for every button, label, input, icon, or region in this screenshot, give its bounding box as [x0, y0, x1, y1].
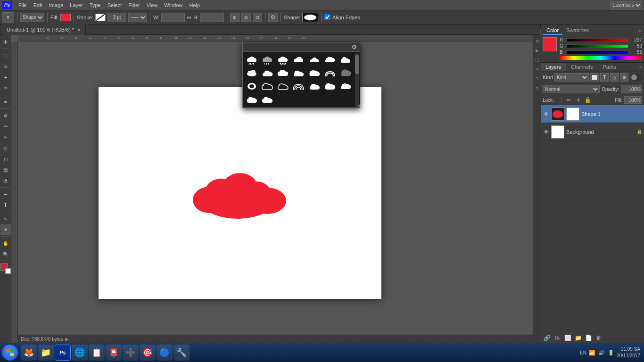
taskbar-app-9[interactable]: 🔵	[157, 345, 173, 361]
taskbar-app-10[interactable]: 🔧	[173, 345, 190, 361]
stroke-type-select[interactable]: ——	[128, 13, 147, 22]
layer-visibility-eye[interactable]: 👁	[543, 111, 549, 117]
mini-icon-3[interactable]: ⬚	[534, 57, 541, 63]
filter-icon-type[interactable]: T	[600, 73, 609, 82]
panel-menu-btn[interactable]: ≡	[638, 28, 641, 33]
shape-cell-cloud15[interactable]	[245, 93, 259, 106]
path-select-tool[interactable]: ↖	[0, 214, 11, 224]
taskbar-app-photoshop[interactable]: Ps	[55, 345, 71, 361]
gradient-tool[interactable]: ▤	[0, 165, 11, 175]
shape-cell-cloud16[interactable]	[260, 93, 274, 106]
mini-icon-1[interactable]: ⊕	[534, 38, 541, 44]
shape-cell-cloud4[interactable]	[339, 54, 353, 66]
align-edges-checkbox[interactable]	[324, 14, 330, 20]
menu-type[interactable]: Type	[86, 1, 104, 9]
taskbar-app-chrome[interactable]: 🌐	[72, 345, 88, 361]
menu-edit[interactable]: Edit	[30, 1, 46, 9]
shape-cell-dark-cloud[interactable]	[339, 67, 353, 79]
wand-tool[interactable]: ✦	[0, 72, 11, 82]
eraser-tool[interactable]: ◻	[0, 154, 11, 164]
filter-icon-shape[interactable]: ◇	[610, 73, 619, 82]
g-slider[interactable]	[566, 44, 628, 48]
taskbar-app-8[interactable]: 🎯	[140, 345, 156, 361]
background-color[interactable]	[5, 268, 11, 274]
width-input[interactable]	[161, 13, 185, 22]
shape-cell-rain2[interactable]	[260, 54, 274, 66]
shape-cell-rain1[interactable]	[245, 54, 259, 66]
shape-cell-cloud11[interactable]	[276, 80, 290, 92]
healing-tool[interactable]: ⊕	[0, 110, 11, 121]
new-layer-btn[interactable]: 📄	[584, 334, 593, 342]
lock-all-btn[interactable]: 🔒	[584, 96, 592, 104]
mini-icon-2[interactable]: ▶	[534, 47, 541, 54]
marquee-tool[interactable]: ⬚	[0, 50, 11, 61]
lock-pixel-btn[interactable]: ⬚	[556, 96, 563, 104]
tab-layers[interactable]: Layers	[541, 63, 566, 71]
brush-tool[interactable]: ✏	[0, 121, 11, 132]
taskbar-app-5[interactable]: 📋	[89, 345, 105, 361]
shape-preview-box[interactable]	[302, 13, 318, 22]
shape-cell-cloud13[interactable]	[323, 80, 337, 92]
mini-icon-5[interactable]: T	[534, 75, 541, 82]
link-icon[interactable]: ⇔	[187, 14, 191, 21]
shape-cell-cloud2[interactable]	[307, 54, 322, 66]
layer-visibility-eye-bg[interactable]: 👁	[543, 129, 549, 135]
stroke-color-box[interactable]	[95, 14, 106, 21]
workspace-selector[interactable]: Essentials	[610, 1, 642, 9]
tray-icon-2[interactable]: 🔊	[598, 349, 605, 356]
filter-toggle[interactable]	[631, 74, 642, 81]
shape-cell-cloud12[interactable]	[307, 80, 322, 92]
shape-cell-rainbow2[interactable]	[291, 80, 305, 92]
align-btn-3[interactable]: ⊡	[253, 13, 262, 22]
fill-color-box[interactable]	[60, 14, 71, 21]
tab-paths[interactable]: Paths	[598, 63, 621, 71]
tab-swatches[interactable]: Swatches	[562, 26, 593, 35]
color-preview[interactable]	[543, 37, 557, 51]
taskbar-app-firefox[interactable]: 🦊	[21, 345, 37, 361]
fill-input[interactable]	[624, 96, 642, 104]
taskbar-clock[interactable]: 11:09 SA 20/11/2017	[617, 346, 640, 359]
layers-panel-menu[interactable]: ≡	[639, 65, 642, 70]
color-spectrum[interactable]	[560, 56, 642, 60]
tool-preset-picker[interactable]: ▼	[2, 12, 14, 23]
align-btn-2[interactable]: ⊟	[241, 13, 251, 22]
mini-icon-4[interactable]: ✦	[534, 66, 541, 73]
lasso-tool[interactable]: ⊃	[0, 61, 11, 72]
layer-item-shape1[interactable]: 👁 Shape 1	[541, 105, 644, 123]
tray-icon-3[interactable]: 🔋	[607, 349, 615, 356]
lock-paint-btn[interactable]: ✏	[565, 96, 573, 104]
filter-type-select[interactable]: Kind	[554, 73, 589, 82]
menu-filter[interactable]: Filter	[125, 1, 143, 9]
clone-tool[interactable]: ✂	[0, 132, 11, 142]
document-tab[interactable]: Untitled-1 @ 100% (RGB/8) * ✕	[2, 25, 86, 35]
shape-cell-ring[interactable]	[245, 80, 259, 92]
shape-cell-rainbow1[interactable]	[323, 67, 337, 79]
opacity-input[interactable]	[621, 85, 642, 93]
shape-cell-cloud7[interactable]	[276, 67, 290, 79]
mini-icon-6[interactable]: ¶	[534, 85, 541, 91]
menu-view[interactable]: View	[143, 1, 161, 9]
filter-icon-smart[interactable]: ⚙	[620, 73, 628, 82]
start-button[interactable]	[2, 345, 18, 361]
pen-tool[interactable]: ✒	[0, 189, 11, 199]
move-tool[interactable]: ✛	[0, 37, 11, 47]
menu-layer[interactable]: Layer	[66, 1, 86, 9]
menu-image[interactable]: Image	[46, 1, 67, 9]
gear-icon-btn[interactable]: ⚙	[268, 13, 278, 22]
tray-language[interactable]: EN	[580, 350, 586, 355]
tab-color[interactable]: Color	[543, 26, 562, 35]
lock-move-btn[interactable]: ✛	[575, 96, 582, 104]
history-tool[interactable]: ◎	[0, 143, 11, 153]
add-mask-btn[interactable]: ⬜	[563, 334, 572, 342]
tab-channels[interactable]: Channels	[566, 63, 598, 71]
tray-icon-1[interactable]: 📶	[588, 349, 596, 356]
menu-help[interactable]: Help	[186, 1, 203, 9]
stroke-width-input[interactable]	[107, 13, 126, 22]
hand-tool[interactable]: ✋	[0, 238, 11, 248]
height-input[interactable]	[200, 13, 224, 22]
shape-cell-cloud1[interactable]	[291, 54, 305, 66]
taskbar-app-7[interactable]: ➕	[123, 345, 139, 361]
menu-window[interactable]: Window	[161, 1, 186, 9]
zoom-tool[interactable]: 🔍	[0, 249, 11, 259]
shape-picker-popup[interactable]: ⚙	[242, 42, 360, 108]
